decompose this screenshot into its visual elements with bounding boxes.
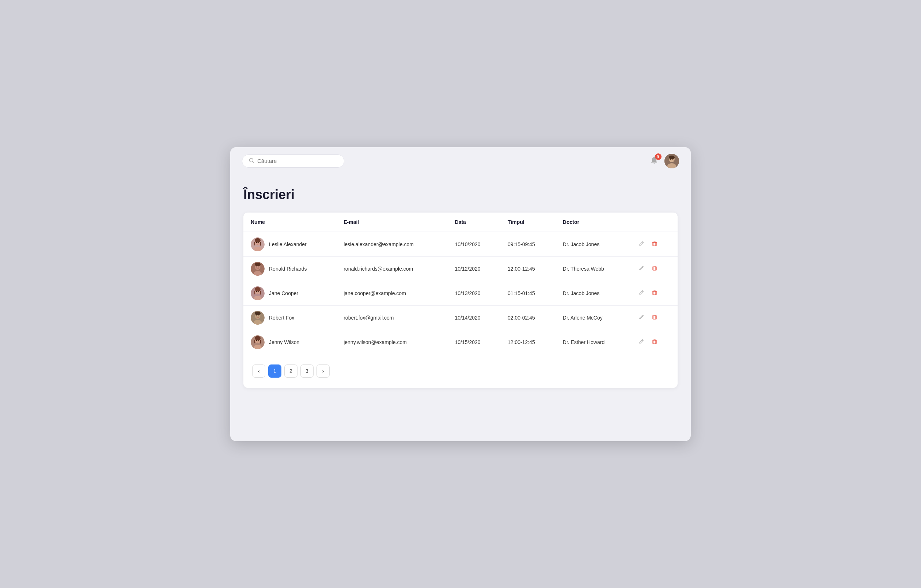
row-avatar-4 bbox=[251, 311, 265, 325]
svg-point-25 bbox=[259, 266, 259, 267]
svg-point-14 bbox=[259, 242, 259, 243]
svg-point-35 bbox=[256, 291, 257, 292]
cell-email-3: jane.cooper@example.com bbox=[336, 281, 447, 305]
delete-button-4[interactable] bbox=[650, 313, 659, 323]
svg-rect-49 bbox=[653, 316, 656, 319]
col-header-email: E-mail bbox=[336, 213, 447, 232]
table-row: Jane Cooper jane.cooper@example.com 10/1… bbox=[243, 281, 678, 305]
svg-point-6 bbox=[670, 159, 671, 159]
cell-doctor-2: Dr. Theresa Webb bbox=[555, 257, 630, 281]
cell-time-3: 01:15-01:45 bbox=[500, 281, 555, 305]
header: 9 bbox=[230, 147, 691, 175]
svg-point-47 bbox=[259, 315, 259, 316]
table-header-row: Nume E-mail Data Timpul Doctor bbox=[243, 213, 678, 232]
svg-point-4 bbox=[669, 156, 675, 159]
cell-name-1: Leslie Alexander bbox=[243, 232, 336, 257]
cell-name-2: Ronald Richards bbox=[243, 257, 336, 281]
row-name-5: Jenny Wilson bbox=[269, 339, 299, 345]
col-header-time: Timpul bbox=[500, 213, 555, 232]
svg-point-33 bbox=[255, 287, 260, 291]
page-2-button[interactable]: 2 bbox=[284, 364, 298, 378]
user-avatar[interactable] bbox=[664, 154, 679, 168]
cell-actions-5 bbox=[630, 330, 678, 354]
row-name-1: Leslie Alexander bbox=[269, 241, 307, 247]
cell-date-1: 10/10/2020 bbox=[447, 232, 500, 257]
next-page-button[interactable]: › bbox=[317, 364, 330, 378]
svg-line-37 bbox=[642, 291, 643, 292]
svg-point-36 bbox=[259, 291, 259, 292]
svg-point-44 bbox=[255, 312, 260, 315]
prev-page-button[interactable]: ‹ bbox=[252, 364, 265, 378]
svg-rect-60 bbox=[653, 340, 656, 344]
search-icon bbox=[249, 158, 254, 164]
col-header-date: Data bbox=[447, 213, 500, 232]
row-avatar-3 bbox=[251, 286, 265, 300]
page-3-button[interactable]: 3 bbox=[300, 364, 314, 378]
delete-button-5[interactable] bbox=[650, 337, 659, 347]
svg-point-57 bbox=[256, 339, 257, 341]
cell-date-3: 10/13/2020 bbox=[447, 281, 500, 305]
edit-button-4[interactable] bbox=[637, 313, 646, 323]
cell-date-5: 10/15/2020 bbox=[447, 330, 500, 354]
svg-point-11 bbox=[255, 238, 260, 242]
edit-button-2[interactable] bbox=[637, 264, 646, 274]
page-1-button[interactable]: 1 bbox=[268, 364, 282, 378]
delete-button-2[interactable] bbox=[650, 264, 659, 274]
table-row: Leslie Alexander lesie.alexander@example… bbox=[243, 232, 678, 257]
svg-point-58 bbox=[259, 339, 259, 341]
svg-point-7 bbox=[672, 159, 673, 159]
edit-button-1[interactable] bbox=[637, 239, 646, 249]
col-header-name: Nume bbox=[243, 213, 336, 232]
row-avatar-2 bbox=[251, 262, 265, 276]
cell-time-1: 09:15-09:45 bbox=[500, 232, 555, 257]
svg-line-15 bbox=[642, 242, 643, 243]
svg-line-59 bbox=[642, 340, 643, 341]
cell-time-4: 02:00-02:45 bbox=[500, 305, 555, 330]
notification-button[interactable]: 9 bbox=[650, 156, 659, 167]
cell-date-4: 10/14/2020 bbox=[447, 305, 500, 330]
pagination: ‹ 1 2 3 › bbox=[243, 354, 678, 380]
svg-point-22 bbox=[255, 263, 260, 266]
search-bar[interactable] bbox=[242, 154, 344, 167]
cell-actions-2 bbox=[630, 257, 678, 281]
svg-line-48 bbox=[642, 315, 643, 316]
svg-line-1 bbox=[253, 161, 254, 163]
registrations-table: Nume E-mail Data Timpul Doctor bbox=[243, 213, 678, 354]
cell-doctor-5: Dr. Esther Howard bbox=[555, 330, 630, 354]
cell-actions-4 bbox=[630, 305, 678, 330]
row-name-3: Jane Cooper bbox=[269, 290, 298, 296]
cell-name-4: Robert Fox bbox=[243, 305, 336, 330]
svg-point-46 bbox=[256, 315, 257, 316]
cell-actions-1 bbox=[630, 232, 678, 257]
row-avatar-1 bbox=[251, 237, 265, 251]
cell-doctor-4: Dr. Arlene McCoy bbox=[555, 305, 630, 330]
table-card: Nume E-mail Data Timpul Doctor bbox=[243, 213, 678, 388]
edit-button-3[interactable] bbox=[637, 288, 646, 298]
svg-point-13 bbox=[256, 242, 257, 243]
svg-point-55 bbox=[255, 336, 260, 340]
table-row: Jenny Wilson jenny.wilson@example.com 10… bbox=[243, 330, 678, 354]
delete-button-1[interactable] bbox=[650, 239, 659, 249]
app-window: 9 Înscrie bbox=[230, 147, 691, 441]
cell-actions-3 bbox=[630, 281, 678, 305]
table-row: Robert Fox robert.fox@gmail.com 10/14/20… bbox=[243, 305, 678, 330]
page-title: Înscrieri bbox=[243, 187, 678, 202]
svg-rect-16 bbox=[653, 242, 656, 246]
edit-button-5[interactable] bbox=[637, 337, 646, 347]
svg-point-24 bbox=[256, 266, 257, 267]
delete-button-3[interactable] bbox=[650, 288, 659, 298]
main-content: Înscrieri Nume E-mail Data Timpul Doctor bbox=[230, 175, 691, 400]
cell-email-2: ronald.richards@example.com bbox=[336, 257, 447, 281]
search-input[interactable] bbox=[257, 158, 337, 164]
row-name-2: Ronald Richards bbox=[269, 266, 307, 272]
cell-email-4: robert.fox@gmail.com bbox=[336, 305, 447, 330]
cell-name-5: Jenny Wilson bbox=[243, 330, 336, 354]
row-name-4: Robert Fox bbox=[269, 315, 294, 321]
col-header-actions bbox=[630, 213, 678, 232]
header-right: 9 bbox=[650, 154, 679, 168]
table-row: Ronald Richards ronald.richards@example.… bbox=[243, 257, 678, 281]
svg-line-26 bbox=[642, 266, 643, 267]
svg-rect-38 bbox=[653, 291, 656, 295]
notification-badge: 9 bbox=[655, 153, 662, 160]
col-header-doctor: Doctor bbox=[555, 213, 630, 232]
